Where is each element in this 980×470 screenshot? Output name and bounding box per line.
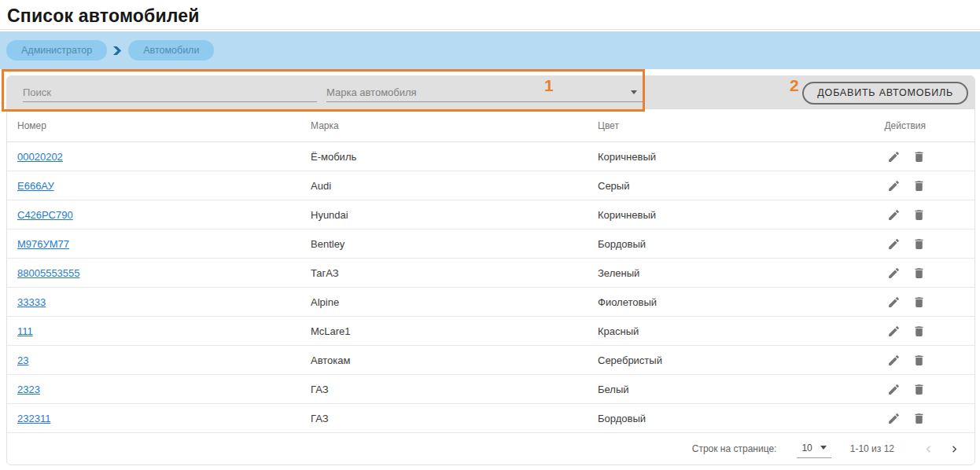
car-number-link[interactable]: М976УМ77	[17, 238, 69, 250]
car-number-link[interactable]: 88005553555	[17, 267, 80, 279]
pencil-edit-icon	[887, 150, 901, 163]
column-header-color: Цвет	[598, 120, 857, 131]
rows-per-page-value: 10	[801, 442, 812, 453]
brand-select[interactable]: Марка автомобиля	[326, 84, 643, 102]
trash-delete-icon	[912, 237, 926, 251]
table-row: 00020202 Ё-мобиль Коричневый	[7, 142, 974, 171]
edit-button[interactable]	[886, 295, 901, 309]
cell-brand: Alpine	[311, 296, 598, 308]
search-input[interactable]	[23, 84, 317, 102]
cell-brand: ГАЗ	[311, 413, 598, 424]
table-row: 23 Автокам Серебристый	[7, 346, 974, 375]
car-number-link[interactable]: 23	[17, 354, 28, 366]
cell-number: С426РС790	[17, 209, 311, 221]
table-row: 33333 Alpine Фиолетовый	[7, 288, 974, 317]
car-number-link[interactable]: 00020202	[17, 151, 63, 163]
trash-delete-icon	[912, 179, 926, 193]
cell-number: 23	[17, 354, 311, 366]
cars-card: Марка автомобиля ДОБАВИТЬ АВТОМОБИЛЬ Ном…	[6, 75, 975, 465]
cell-brand: Ё-мобиль	[311, 151, 598, 163]
edit-button[interactable]	[886, 149, 901, 163]
cell-brand: ТагАЗ	[311, 267, 598, 279]
pencil-edit-icon	[887, 237, 901, 251]
car-number-link[interactable]: 111	[17, 325, 33, 337]
filter-toolbar: Марка автомобиля ДОБАВИТЬ АВТОМОБИЛЬ	[7, 76, 974, 109]
column-header-number: Номер	[17, 120, 311, 131]
edit-button[interactable]	[886, 207, 901, 222]
edit-button[interactable]	[886, 324, 901, 338]
edit-button[interactable]	[886, 382, 901, 396]
car-number-link[interactable]: Е666АУ	[17, 180, 54, 192]
car-number-link[interactable]: 232311	[17, 413, 50, 424]
column-header-actions: Действия	[857, 120, 974, 131]
trash-delete-icon	[912, 266, 926, 280]
table-header-row: Номер Марка Цвет Действия	[7, 109, 974, 142]
cell-number: 33333	[17, 296, 311, 308]
rows-per-page-select[interactable]: 10	[797, 440, 831, 458]
pencil-edit-icon	[887, 179, 901, 193]
edit-button[interactable]	[886, 266, 901, 280]
pencil-edit-icon	[887, 354, 901, 367]
breadcrumb: Администратор Автомобили	[0, 31, 980, 69]
table-row: 2323 ГАЗ Белый	[7, 375, 974, 404]
cell-actions	[857, 178, 974, 193]
edit-button[interactable]	[886, 178, 901, 193]
next-page-button[interactable]	[938, 439, 959, 459]
cell-color: Серый	[598, 180, 857, 192]
cell-brand: Автокам	[311, 354, 598, 366]
cell-actions	[857, 266, 974, 280]
table-row: М976УМ77 Bentley Бордовый	[7, 229, 974, 259]
breadcrumb-item-administrator[interactable]: Администратор	[6, 40, 107, 61]
pencil-edit-icon	[887, 325, 901, 338]
delete-button[interactable]	[912, 178, 926, 193]
breadcrumb-arrow-icon	[112, 46, 123, 56]
column-header-brand: Марка	[311, 120, 598, 131]
breadcrumb-item-label: Автомобили	[143, 45, 199, 56]
delete-button[interactable]	[912, 353, 926, 367]
cell-actions	[857, 207, 974, 222]
previous-page-button[interactable]	[918, 439, 938, 459]
delete-button[interactable]	[912, 237, 926, 251]
edit-button[interactable]	[886, 237, 901, 251]
cell-color: Красный	[598, 325, 857, 337]
cell-number: 00020202	[17, 151, 311, 163]
cell-actions	[857, 382, 974, 396]
cell-actions	[857, 411, 974, 425]
cell-color: Коричневый	[598, 209, 857, 221]
table-row: Е666АУ Audi Серый	[7, 171, 974, 200]
cell-number: 232311	[17, 413, 311, 424]
trash-delete-icon	[912, 354, 926, 367]
breadcrumb-item-label: Администратор	[21, 45, 92, 56]
add-car-button[interactable]: ДОБАВИТЬ АВТОМОБИЛЬ	[802, 82, 968, 105]
cell-actions	[857, 237, 974, 251]
delete-button[interactable]	[912, 295, 926, 309]
table-row: 88005553555 ТагАЗ Зеленый	[7, 259, 974, 288]
delete-button[interactable]	[912, 411, 926, 425]
cell-number: 111	[17, 325, 311, 337]
search-field-wrap	[23, 84, 317, 102]
cell-number: Е666АУ	[17, 180, 311, 192]
delete-button[interactable]	[912, 207, 926, 222]
chevron-down-icon	[820, 446, 827, 450]
chevron-right-icon	[937, 442, 961, 456]
pagination-bar: Строк на странице: 10 1-10 из 12	[7, 433, 974, 464]
chevron-left-icon	[922, 442, 935, 456]
table-row: 111 McLare1 Красный	[7, 317, 974, 346]
cell-number: 88005553555	[17, 267, 311, 279]
car-number-link[interactable]: 2323	[17, 384, 40, 395]
breadcrumb-item-cars[interactable]: Автомобили	[128, 40, 214, 61]
cell-brand: Hyundai	[311, 209, 598, 221]
cell-actions	[857, 295, 974, 309]
car-number-link[interactable]: 33333	[17, 296, 46, 308]
delete-button[interactable]	[912, 266, 926, 280]
edit-button[interactable]	[886, 353, 901, 367]
cell-color: Серебристый	[598, 354, 857, 366]
delete-button[interactable]	[912, 382, 926, 396]
delete-button[interactable]	[912, 324, 926, 338]
car-number-link[interactable]: С426РС790	[17, 209, 73, 221]
cell-brand: Audi	[311, 180, 598, 192]
delete-button[interactable]	[912, 149, 926, 163]
pencil-edit-icon	[887, 208, 901, 222]
cell-color: Белый	[598, 384, 857, 395]
edit-button[interactable]	[886, 411, 901, 425]
